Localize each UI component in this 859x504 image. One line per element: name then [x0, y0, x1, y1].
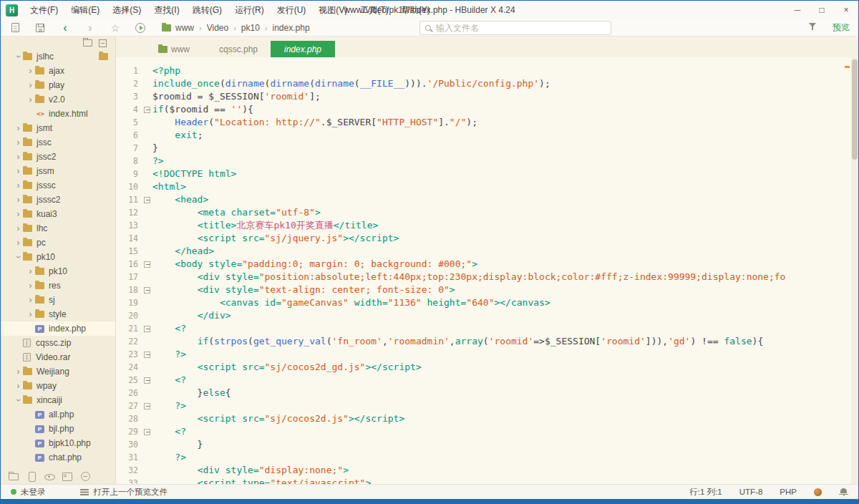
maximize-button[interactable]: □	[810, 1, 834, 19]
tree-item-chat.php[interactable]: chat.php	[1, 450, 115, 465]
tree-item-jssm[interactable]: ›jssm	[1, 164, 115, 178]
tree-item-index.php[interactable]: index.php	[1, 321, 115, 336]
tree-item-cqssc.zip[interactable]: cqssc.zip	[1, 336, 115, 350]
code-editor[interactable]: 1<?php2include_once(dirname(dirname(dirn…	[116, 57, 858, 484]
breadcrumb-item[interactable]: Video	[207, 23, 228, 33]
tree-item-index.html[interactable]: index.html	[1, 107, 115, 121]
chevron-right-icon[interactable]: ›	[14, 224, 23, 233]
fold-marker-icon[interactable]	[144, 261, 150, 268]
chevron-right-icon[interactable]: ›	[26, 95, 35, 104]
code-text[interactable]: ?>	[152, 399, 186, 412]
code-text[interactable]: <!DOCTYPE html>	[152, 168, 236, 180]
tree-item-v2.0[interactable]: ›v2.0	[1, 92, 115, 107]
search-input[interactable]	[436, 23, 606, 33]
chevron-right-icon[interactable]: ›	[26, 281, 35, 290]
menu-item[interactable]: 帮助(Y)	[395, 1, 437, 19]
scrollbar[interactable]	[851, 57, 858, 484]
tree-item-all.php[interactable]: all.php	[1, 407, 115, 422]
save-button[interactable]	[34, 22, 46, 34]
tree-item-jssc[interactable]: ›jssc	[1, 135, 115, 150]
chevron-right-icon[interactable]: ›	[14, 210, 23, 218]
code-text[interactable]: }	[152, 142, 158, 155]
run-button[interactable]	[135, 22, 146, 34]
tree-item-bjl.php[interactable]: bjl.php	[1, 422, 115, 436]
tab-www[interactable]: www	[142, 41, 206, 57]
tree-item-jslhc[interactable]: ›jslhc	[1, 49, 115, 64]
menu-item[interactable]: 发行(U)	[271, 1, 313, 19]
code-text[interactable]: <div style="text-align: center; font-siz…	[152, 284, 455, 296]
code-text[interactable]: <div style="position:absolute;left:440px…	[152, 271, 858, 284]
scrollbar-thumb[interactable]	[852, 59, 858, 160]
tree-item-Video.rar[interactable]: Video.rar	[1, 350, 115, 364]
menu-item[interactable]: 工具(T)	[354, 1, 394, 19]
open-previous-preview[interactable]: 打开上一个预览文件	[94, 487, 168, 498]
tree-item-xincaiji[interactable]: ›xincaiji	[1, 393, 115, 407]
forward-button[interactable]: ›	[84, 22, 96, 34]
tree-item-lhc[interactable]: ›lhc	[1, 221, 115, 236]
new-folder-icon[interactable]	[83, 39, 92, 47]
code-text[interactable]: </head>	[152, 245, 214, 258]
code-text[interactable]: <meta charset="utf-8">	[152, 206, 321, 219]
notification-bell-icon[interactable]	[839, 488, 848, 496]
tree-item-style[interactable]: ›style	[1, 307, 115, 321]
code-text[interactable]: <script src="sj/cocos2d.js"></script>	[152, 412, 404, 425]
code-text[interactable]: </div>	[152, 309, 231, 322]
menu-item[interactable]: 文件(F)	[24, 1, 64, 19]
code-text[interactable]: <html>	[152, 180, 186, 193]
chevron-right-icon[interactable]: ›	[26, 310, 35, 319]
code-text[interactable]: Header("Location: http://".$_SERVER["HTT…	[152, 116, 477, 129]
tree-item-kuai3[interactable]: ›kuai3	[1, 207, 115, 221]
code-text[interactable]: <?	[152, 374, 186, 387]
preview-history-icon[interactable]	[80, 488, 89, 495]
chevron-down-icon[interactable]: ›	[14, 253, 23, 262]
tree-item-Weijiang[interactable]: ›Weijiang	[1, 364, 115, 379]
menu-item[interactable]: 运行(R)	[228, 1, 271, 19]
code-text[interactable]: }else{	[152, 387, 231, 399]
chevron-right-icon[interactable]: ›	[14, 367, 23, 376]
fold-marker-icon[interactable]	[144, 107, 150, 113]
breadcrumb-item[interactable]: www	[175, 23, 194, 33]
breadcrumb-item[interactable]: pk10	[241, 23, 260, 33]
code-text[interactable]: <body style="padding:0; margin: 0; backg…	[152, 258, 477, 271]
tree-item-jsmt[interactable]: ›jsmt	[1, 121, 115, 135]
cursor-position[interactable]: 行:1 列:1	[689, 487, 722, 498]
code-text[interactable]: if($roomid == ''){	[152, 103, 253, 116]
chevron-right-icon[interactable]: ›	[14, 195, 23, 204]
language-mode[interactable]: PHP	[780, 488, 797, 496]
code-text[interactable]: <script src="sj/cocos2d_gd.js"></script>	[152, 361, 422, 374]
minimap[interactable]	[785, 57, 851, 484]
tree-item-ajax[interactable]: ›ajax	[1, 64, 115, 78]
chevron-right-icon[interactable]: ›	[26, 296, 35, 304]
chevron-right-icon[interactable]: ›	[26, 67, 35, 75]
menu-item[interactable]: 选择(S)	[106, 1, 147, 19]
chevron-down-icon[interactable]: ›	[14, 52, 23, 62]
code-text[interactable]: include_once(dirname(dirname(dirname(__F…	[152, 77, 550, 90]
console-icon[interactable]	[62, 471, 73, 481]
chevron-right-icon[interactable]: ›	[14, 167, 23, 175]
code-text[interactable]: <?php	[152, 64, 180, 77]
code-text[interactable]: <script type="text/javascript">	[152, 477, 371, 484]
preview-button[interactable]: 预览	[833, 19, 850, 36]
code-text[interactable]: <canvas id="gameCanvas" width="1136" hei…	[152, 296, 550, 309]
code-text[interactable]: ?>	[152, 348, 186, 361]
code-text[interactable]: if(strpos(get_query_val('fn_room','rooma…	[152, 335, 763, 348]
breadcrumb-item[interactable]: index.php	[273, 23, 310, 33]
code-text[interactable]: <?	[152, 425, 186, 438]
tree-item-play[interactable]: ›play	[1, 78, 115, 92]
code-text[interactable]: <?	[152, 322, 186, 335]
code-text[interactable]: exit;	[152, 129, 203, 142]
chevron-right-icon[interactable]: ›	[14, 238, 23, 247]
tree-item-sj[interactable]: ›sj	[1, 293, 115, 307]
chevron-right-icon[interactable]: ›	[14, 124, 23, 132]
code-text[interactable]: ?>	[152, 451, 186, 464]
login-status[interactable]: 未登录	[21, 487, 46, 498]
code-text[interactable]: }	[152, 438, 203, 451]
filter-icon[interactable]	[808, 23, 817, 32]
fold-marker-icon[interactable]	[144, 429, 150, 435]
collapse-all-icon[interactable]	[99, 39, 107, 47]
tree-item-wpay[interactable]: ›wpay	[1, 379, 115, 393]
folder-icon[interactable]	[8, 471, 19, 481]
menu-item[interactable]: 视图(V)	[312, 1, 354, 19]
chevron-right-icon[interactable]: ›	[14, 138, 23, 147]
code-text[interactable]: <div style="display:none;">	[152, 464, 349, 477]
